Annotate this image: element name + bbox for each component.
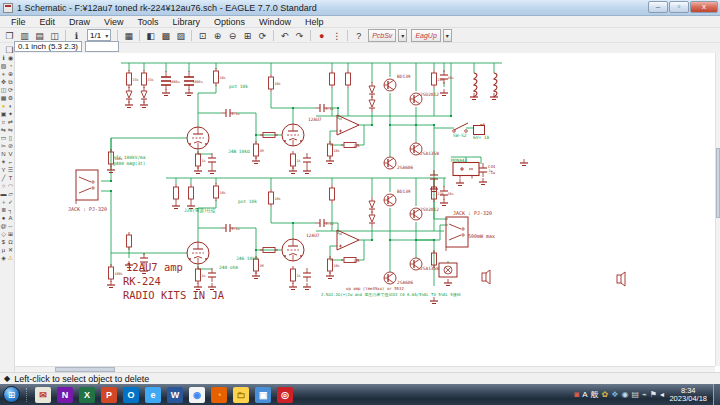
- tool-j[interactable]: $: [0, 238, 7, 246]
- component-cap[interactable]: [303, 153, 311, 167]
- minimize-button[interactable]: –: [648, 1, 668, 13]
- tray-ime-kana[interactable]: 般: [591, 389, 599, 400]
- component-gnd[interactable]: [479, 178, 487, 185]
- vertical-scrollbar-thumb[interactable]: [716, 148, 720, 218]
- tool-f[interactable]: @: [0, 222, 7, 230]
- component-res[interactable]: 10k: [328, 256, 340, 274]
- command-input[interactable]: [85, 41, 119, 52]
- component-res[interactable]: 10k: [269, 74, 281, 92]
- tool-mark-icon[interactable]: ◔: [7, 62, 14, 70]
- menu-library[interactable]: Library: [165, 16, 207, 28]
- taskbar-clock[interactable]: 8:34 2023/04/18: [669, 387, 707, 403]
- component-res[interactable]: 10k: [214, 183, 226, 201]
- component-res[interactable]: 100k: [109, 264, 123, 282]
- component-cap[interactable]: 0.1u: [221, 224, 240, 232]
- close-button[interactable]: x: [690, 1, 718, 13]
- tool-value-icon[interactable]: ⇆: [0, 126, 7, 134]
- stop-icon[interactable]: ●: [315, 29, 328, 42]
- component-cap[interactable]: 0.1u: [315, 104, 334, 112]
- zoom-redraw-icon[interactable]: ⟳: [256, 29, 269, 42]
- component-gnd[interactable]: [208, 167, 216, 174]
- component-spk[interactable]: [617, 272, 625, 286]
- tool-copy-icon[interactable]: ⊕: [7, 70, 14, 78]
- component-gnd[interactable]: [456, 179, 464, 186]
- component-cap[interactable]: [208, 153, 216, 167]
- component-res[interactable]: 10k: [328, 141, 340, 159]
- ulp-eagle-up-button[interactable]: EagUp: [411, 29, 440, 42]
- component-gnd[interactable]: [162, 89, 170, 96]
- component-cap[interactable]: [303, 268, 311, 282]
- tray-shield-icon[interactable]: ◙: [574, 390, 579, 399]
- component-resh[interactable]: 22k: [341, 258, 360, 263]
- tool-paste-icon[interactable]: ⚙: [7, 94, 14, 102]
- menu-edit[interactable]: Edit: [33, 16, 63, 28]
- undo-icon[interactable]: ↶: [278, 29, 291, 42]
- tray-lang-icon[interactable]: ▤: [631, 390, 639, 399]
- taskbar-red-app-icon[interactable]: ◎: [277, 387, 293, 403]
- tool-errors-icon[interactable]: ＋: [0, 198, 7, 206]
- tool-attribute-icon[interactable]: ◠: [7, 182, 14, 190]
- component-gnd[interactable]: [185, 89, 193, 96]
- component-res[interactable]: [174, 184, 179, 202]
- component-res[interactable]: 10k: [214, 68, 226, 86]
- component-diode[interactable]: [369, 197, 375, 213]
- show-desktop-button[interactable]: [713, 384, 720, 405]
- menu-tools[interactable]: Tools: [130, 16, 165, 28]
- tray-tray-app3-icon[interactable]: ◉: [621, 390, 628, 399]
- component-cap[interactable]: 0.1u: [315, 219, 334, 227]
- tool-rect-icon[interactable]: ⌐: [7, 158, 14, 166]
- zoom-out-icon[interactable]: ⊖: [226, 29, 239, 42]
- component-cap[interactable]: [208, 268, 216, 282]
- tool-k[interactable]: Ω: [7, 238, 14, 246]
- component-opamp[interactable]: [337, 115, 359, 135]
- taskbar-mail-icon[interactable]: ✉: [35, 387, 51, 403]
- tray-tray-app1-icon[interactable]: ✿: [602, 390, 609, 399]
- taskbar-outlook-icon[interactable]: O: [123, 387, 139, 403]
- tool-b[interactable]: ≣: [0, 206, 7, 214]
- component-gnd[interactable]: [252, 272, 260, 279]
- tool-label-icon[interactable]: ○: [0, 182, 7, 190]
- tool-circle-icon[interactable]: V: [7, 150, 14, 158]
- tool-text-icon[interactable]: N: [0, 150, 7, 158]
- component-sw[interactable]: [453, 123, 468, 132]
- ulp-pcb-service-button[interactable]: PcbSv: [368, 29, 396, 42]
- menu-file[interactable]: File: [4, 16, 33, 28]
- tool-show-icon[interactable]: ◉: [7, 54, 14, 62]
- tool-c[interactable]: ┐: [7, 206, 14, 214]
- taskbar-chrome-icon[interactable]: ◉: [189, 387, 205, 403]
- component-gnd[interactable]: [440, 89, 448, 96]
- component-res[interactable]: [330, 70, 335, 88]
- tool-junction-icon[interactable]: T: [7, 174, 14, 182]
- tool-dimension-icon[interactable]: ▬: [0, 190, 7, 198]
- tool-miter-icon[interactable]: ▭: [0, 134, 7, 142]
- component-tube[interactable]: [187, 242, 209, 264]
- component-gnd[interactable]: [107, 281, 115, 288]
- title-bar[interactable]: 1 Schematic - F:¥12au7 toned rk-224¥12au…: [0, 0, 720, 16]
- component-gnd[interactable]: [289, 167, 297, 174]
- tool-polygon-icon[interactable]: Y: [0, 166, 7, 174]
- component-lamp[interactable]: [439, 263, 457, 277]
- tool-move-icon[interactable]: ⌖: [0, 70, 7, 78]
- tool-cut-icon[interactable]: ▦: [0, 94, 7, 102]
- tool-a[interactable]: ✓: [7, 198, 14, 206]
- component-res[interactable]: 1M: [254, 141, 264, 159]
- help-icon[interactable]: ?: [352, 29, 365, 42]
- component-gnd[interactable]: [289, 283, 297, 290]
- tool-replace-icon[interactable]: ✦: [7, 110, 14, 118]
- chevron-down-icon[interactable]: ▾: [443, 29, 452, 42]
- component-res[interactable]: 1k: [291, 266, 301, 284]
- component-jack[interactable]: [446, 217, 468, 251]
- maximize-button[interactable]: ▫: [669, 1, 689, 13]
- taskbar-remote-icon[interactable]: ▣: [255, 387, 271, 403]
- component-boxp[interactable]: [453, 163, 479, 179]
- menu-options[interactable]: Options: [207, 16, 252, 28]
- zoom-in-icon[interactable]: ⊕: [211, 29, 224, 42]
- run-icon[interactable]: ⋮: [330, 29, 343, 42]
- tool-info-icon[interactable]: ℹ: [0, 54, 7, 62]
- component-trans[interactable]: [384, 194, 396, 206]
- tool-o[interactable]: ⚠: [7, 254, 14, 262]
- component-diode[interactable]: [369, 82, 375, 98]
- component-trans[interactable]: [384, 79, 396, 91]
- component-res[interactable]: 33k: [127, 70, 139, 88]
- component-gnd[interactable]: [252, 157, 260, 164]
